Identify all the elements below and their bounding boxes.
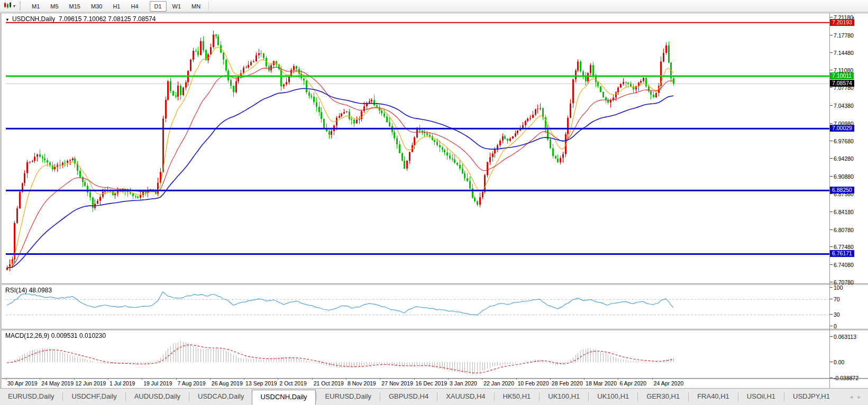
chart-tab-usdcad-daily[interactable]: USDCAD,Daily	[190, 389, 252, 405]
timeframe-button-m15[interactable]: M15	[65, 1, 85, 12]
time-axis-label: 27 Nov 2019	[381, 380, 413, 386]
time-axis-tick	[176, 378, 177, 380]
time-axis-label: 6 Apr 2020	[619, 380, 646, 386]
macd-axis-tick: -0.038872	[834, 375, 858, 381]
time-axis-tick	[550, 378, 551, 380]
trading-terminal: ▾ M1M5M15M30H1H4D1W1MN ▼USDCNH,Daily 7.0…	[0, 0, 868, 405]
time-axis-tick	[448, 378, 449, 380]
tab-separator	[316, 392, 317, 401]
time-axis-tick	[40, 378, 40, 380]
price-chart-canvas[interactable]	[6, 14, 829, 283]
tab-separator	[688, 392, 689, 401]
time-axis-label: 1 Jul 2019	[109, 380, 135, 386]
pane-separator[interactable]	[2, 283, 868, 285]
time-axis-label: 12 Jun 2019	[76, 380, 106, 386]
toolbar-grip[interactable]	[20, 2, 22, 10]
chart-tab-xauusd-h4[interactable]: XAUUSD,H4	[438, 389, 493, 405]
price-axis-tick: 6.74080	[834, 262, 854, 268]
price-axis-tick: 7.04380	[834, 103, 854, 109]
time-axis-label: 24 May 2019	[41, 380, 74, 386]
symbol-dropdown-icon[interactable]: ▼	[5, 17, 10, 22]
tab-separator	[784, 392, 784, 401]
chart-tab-ger30-h1[interactable]: GER30,H1	[638, 389, 688, 405]
chart-tab-eurusd-daily[interactable]: EURUSD,Daily	[317, 389, 379, 405]
price-level-badge: 7.08574	[830, 80, 854, 87]
chart-tab-usdjpy-h1[interactable]: USDJPY,H1	[785, 389, 838, 405]
timeframe-button-d1[interactable]: D1	[150, 1, 167, 12]
rsi-axis-tick: 30	[834, 311, 840, 318]
time-axis-tick	[210, 378, 211, 380]
timeframe-button-w1[interactable]: W1	[168, 1, 186, 12]
chart-mode-dropdown-icon[interactable]: ▾	[13, 4, 15, 8]
time-axis-tick	[414, 378, 415, 380]
tab-separator	[637, 392, 638, 401]
tab-separator	[437, 392, 437, 401]
time-axis-label: 30 Apr 2019	[7, 380, 38, 386]
tab-separator	[189, 392, 189, 401]
time-axis-tick	[652, 378, 653, 380]
time-axis-label: 22 Jan 2020	[483, 380, 514, 386]
tab-separator	[588, 392, 589, 401]
chart-tab-uk100-h1[interactable]: UK100,H1	[589, 389, 637, 405]
timeframe-button-h4[interactable]: H4	[126, 1, 143, 12]
time-axis-label: 2 Oct 2019	[279, 380, 306, 386]
time-axis-label: 7 Aug 2019	[178, 380, 206, 386]
chart-tab-uk100-h1[interactable]: UK100,H1	[540, 389, 588, 405]
chart-tab-usdcnh-daily[interactable]: USDCNH,Daily	[252, 390, 315, 405]
timeframe-button-m5[interactable]: M5	[45, 1, 63, 12]
rsi-axis-tick: 70	[834, 296, 840, 302]
macd-panel-canvas[interactable]	[6, 330, 829, 378]
price-axis-tick: 6.97680	[834, 138, 854, 144]
price-level-badge: 6.76171	[830, 250, 854, 257]
time-axis-tick	[482, 378, 482, 380]
chart-tab-hk50-h1[interactable]: HK50,H1	[495, 389, 539, 405]
timeframe-button-m1[interactable]: M1	[27, 1, 44, 12]
chart-tab-audusd-daily[interactable]: AUDUSD,Daily	[126, 389, 188, 405]
chart-tab-gbpusd-h4[interactable]: GBPUSD,H4	[381, 389, 436, 405]
toolbar-separator	[208, 2, 209, 10]
tab-scroll-buttons: ◃ ▹	[850, 389, 868, 405]
time-axis-label: 21 Oct 2019	[314, 380, 344, 386]
timeframe-button-m30[interactable]: M30	[86, 1, 107, 12]
pane-separator[interactable]	[2, 329, 868, 330]
price-axis-tick: 6.77480	[834, 244, 854, 250]
time-axis-label: 18 Mar 2020	[586, 380, 617, 386]
chart-tabs: EURUSD,DailyUSDCHF,DailyAUDUSD,DailyUSDC…	[0, 389, 838, 405]
tab-separator	[539, 392, 540, 401]
time-axis-tick	[278, 378, 278, 380]
chart-mode-icon[interactable]	[2, 2, 13, 10]
timeframe-button-mn[interactable]: MN	[187, 1, 205, 12]
price-axis-tick: 6.80780	[834, 227, 854, 233]
chart-tab-bar: EURUSD,DailyUSDCHF,DailyAUDUSD,DailyUSDC…	[0, 388, 868, 405]
tab-separator	[125, 392, 126, 401]
price-level-badge: 7.10011	[830, 72, 854, 79]
price-axis-tick: 6.90880	[834, 173, 854, 180]
macd-axis-tick: 0.063113	[834, 334, 856, 340]
tab-scroll-left-icon[interactable]: ◃	[850, 394, 853, 400]
rsi-panel-canvas[interactable]	[6, 285, 829, 329]
time-axis-tick	[584, 378, 584, 380]
tab-separator	[494, 392, 495, 401]
time-axis-label: 16 Dec 2019	[416, 380, 447, 386]
time-axis-tick	[244, 378, 244, 380]
macd-axis-tick: 0.00	[834, 359, 844, 365]
time-axis-tick	[380, 378, 380, 380]
timeframe-button-h1[interactable]: H1	[108, 1, 125, 12]
time-axis-tick	[516, 378, 517, 380]
chart-window: ▼USDCNH,Daily 7.09615 7.10062 7.08125 7.…	[0, 13, 868, 388]
price-level-badge: 6.88250	[830, 187, 854, 194]
time-axis-tick	[108, 378, 108, 380]
time-axis-tick	[142, 378, 142, 380]
macd-indicator-label: MACD(12,26,9) 0.009531 0.010230	[5, 332, 106, 339]
chart-tab-usoil-h1[interactable]: USOil,H1	[739, 389, 783, 405]
price-axis-tick: 7.17780	[834, 32, 854, 39]
chart-tab-fra40-h1[interactable]: FRA40,H1	[689, 389, 737, 405]
time-axis-tick	[618, 378, 618, 380]
chart-tab-eurusd-daily[interactable]: EURUSD,Daily	[0, 389, 62, 405]
rsi-indicator-label: RSI(14) 48.0983	[5, 287, 52, 294]
chart-tab-usdchf-daily[interactable]: USDCHF,Daily	[63, 389, 124, 405]
time-axis-label: 24 Apr 2020	[654, 380, 684, 386]
time-axis-tick	[6, 378, 6, 380]
tab-separator	[380, 392, 380, 401]
tab-scroll-right-icon[interactable]: ▹	[858, 394, 861, 400]
